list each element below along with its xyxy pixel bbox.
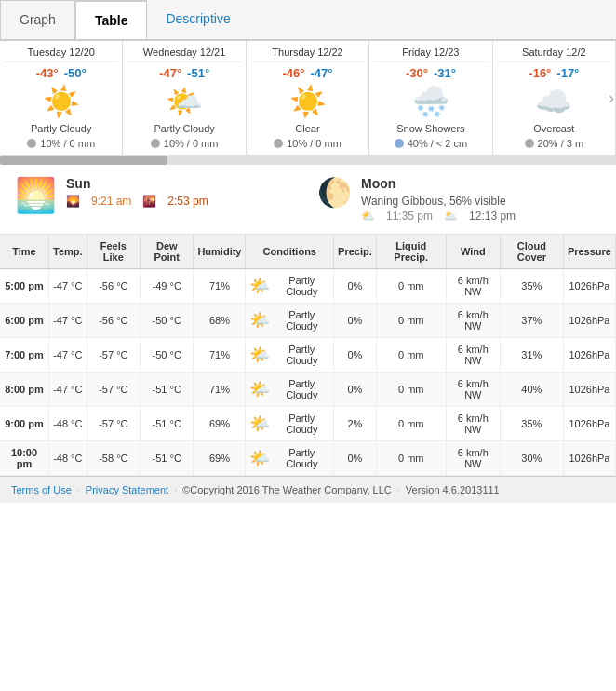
col-precip: Precip.	[334, 235, 377, 269]
forecast-day-1: Wednesday 12/21 -47° -51° 🌤️ Partly Clou…	[123, 41, 246, 155]
terms-link[interactable]: Terms of Use	[11, 484, 72, 495]
weather-icon-1: 🌤️	[127, 84, 241, 119]
condition-label: Partly Cloudy	[274, 344, 329, 366]
sunrise-icon: 🌄	[66, 195, 80, 208]
tab-descriptive[interactable]: Descriptive	[147, 0, 248, 39]
conditions-cell: 🌤️Partly Cloudy	[249, 378, 329, 400]
forecast-day-0: Tuesday 12/20 -43° -50° ☀️ Partly Cloudy…	[0, 41, 123, 155]
conditions-cell: 🌤️Partly Cloudy	[249, 275, 329, 297]
sun-icon: 🌅	[15, 176, 57, 215]
table-row: 10:00 pm-48 °C-58 °C-51 °C69%🌤️Partly Cl…	[0, 441, 616, 476]
forecast-day-2: Thursday 12/22 -46° -47° ☀️ Clear 10% / …	[247, 41, 369, 155]
forecast-day-4: Saturday 12/2 -16° -17° ☁️ Overcast 20% …	[493, 41, 616, 155]
table-wrapper: Time Temp. Feels Like Dew Point Humidity…	[0, 235, 616, 476]
temp-high-2: -46°	[283, 66, 305, 80]
forecast-temps-1: -47° -51°	[127, 66, 241, 80]
sun-info: Sun 🌄 9:21 am 🌇 2:53 pm	[66, 176, 208, 208]
table-row: 9:00 pm-48 °C-57 °C-51 °C69%🌤️Partly Clo…	[0, 407, 616, 441]
forecast-strip: Tuesday 12/20 -43° -50° ☀️ Partly Cloudy…	[0, 41, 616, 156]
condition-icon: 🌤️	[249, 413, 270, 434]
weather-icon-3: 🌨️	[373, 84, 488, 119]
precip-dot-1	[151, 139, 160, 148]
temp-high-1: -47°	[159, 66, 181, 80]
table-header-row: Time Temp. Feels Like Dew Point Humidity…	[0, 235, 616, 269]
precip-text-2: 10% / 0 mm	[287, 138, 341, 149]
tab-table[interactable]: Table	[75, 0, 148, 39]
condition-label: Partly Cloudy	[274, 309, 329, 332]
sun-times: 🌄 9:21 am 🌇 2:53 pm	[66, 195, 208, 208]
temp-low-1: -51°	[187, 66, 209, 80]
footer-dot-3: ·	[397, 484, 400, 495]
moon-times: ⛅ 11:35 pm 🌥️ 12:13 pm	[361, 210, 516, 223]
precip-info-2: 10% / 0 mm	[250, 138, 365, 149]
chevron-right-icon[interactable]: ›	[609, 88, 614, 108]
footer-dot-1: ·	[77, 484, 80, 495]
moonset-time: 12:13 pm	[469, 210, 516, 223]
moon-label: Moon	[361, 176, 516, 191]
forecast-temps-2: -46° -47°	[250, 66, 365, 80]
forecast-date-0: Tuesday 12/20	[4, 47, 118, 62]
privacy-link[interactable]: Privacy Statement	[86, 484, 168, 495]
precip-dot-4	[525, 139, 534, 148]
table-row: 6:00 pm-47 °C-56 °C-50 °C68%🌤️Partly Clo…	[0, 304, 616, 338]
footer-dot-2: ·	[174, 484, 177, 495]
forecast-temps-0: -43° -50°	[4, 66, 118, 80]
condition-icon: 🌤️	[249, 448, 270, 468]
col-liquid: Liquid Precip.	[376, 235, 446, 269]
moonrise-icon: ⛅	[361, 210, 375, 223]
col-temp: Temp.	[49, 235, 87, 269]
precip-dot-2	[274, 139, 283, 148]
sunset-icon: 🌇	[142, 195, 156, 208]
weather-label-3: Snow Showers	[373, 123, 488, 134]
weather-label-1: Partly Cloudy	[127, 123, 241, 134]
forecast-date-3: Friday 12/23	[373, 47, 488, 62]
temp-high-3: -30°	[406, 66, 428, 80]
moon-icon: 🌔	[317, 176, 352, 209]
precip-text-4: 20% / 3 m	[538, 138, 584, 149]
version-text: Version 4.6.2013111	[406, 484, 500, 495]
precip-dot-3	[395, 139, 404, 148]
precip-text-3: 40% / < 2 cm	[408, 138, 468, 149]
weather-label-4: Overcast	[497, 123, 611, 134]
weather-icon-2: ☀️	[250, 84, 365, 119]
weather-label-0: Partly Cloudy	[4, 123, 118, 134]
col-dew: Dew Point	[141, 235, 194, 269]
precip-text-0: 10% / 0 mm	[40, 138, 95, 149]
sun-block: 🌅 Sun 🌄 9:21 am 🌇 2:53 pm	[15, 176, 299, 223]
sunrise-time: 9:21 am	[91, 195, 131, 208]
condition-label: Partly Cloudy	[274, 447, 329, 469]
forecast-day-3: Friday 12/23 -30° -31° 🌨️ Snow Showers 4…	[369, 41, 492, 155]
moonrise-time: 11:35 pm	[386, 210, 433, 223]
condition-icon: 🌤️	[249, 379, 270, 400]
col-feels: Feels Like	[87, 235, 140, 269]
condition-icon: 🌤️	[249, 276, 270, 296]
condition-label: Partly Cloudy	[274, 378, 329, 400]
condition-icon: 🌤️	[249, 310, 270, 331]
col-time: Time	[0, 235, 49, 269]
sunset-time: 2:53 pm	[167, 195, 208, 208]
moon-info-block: Moon Waning Gibbous, 56% visible ⛅ 11:35…	[361, 176, 516, 223]
table-row: 7:00 pm-47 °C-57 °C-50 °C71%🌤️Partly Clo…	[0, 338, 616, 373]
forecast-date-4: Saturday 12/2	[497, 47, 611, 62]
copyright-text: ©Copyright 2016 The Weather Company, LLC	[182, 484, 392, 495]
scrollbar-thumb[interactable]	[0, 156, 167, 165]
sun-moon-section: 🌅 Sun 🌄 9:21 am 🌇 2:53 pm 🌔 Moon Waning …	[0, 165, 616, 235]
table-row: 8:00 pm-47 °C-57 °C-51 °C71%🌤️Partly Clo…	[0, 373, 616, 407]
table-row: 5:00 pm-47 °C-56 °C-49 °C71%🌤️Partly Clo…	[0, 269, 616, 304]
horizontal-scrollbar[interactable]	[0, 156, 616, 165]
conditions-cell: 🌤️Partly Cloudy	[249, 447, 329, 469]
moon-phase: Waning Gibbous, 56% visible	[361, 195, 516, 208]
temp-high-0: -43°	[36, 66, 59, 80]
tab-bar: Graph Table Descriptive	[0, 0, 616, 41]
conditions-cell: 🌤️Partly Cloudy	[249, 344, 329, 366]
precip-info-1: 10% / 0 mm	[127, 138, 241, 149]
precip-info-3: 40% / < 2 cm	[373, 138, 488, 149]
tab-graph[interactable]: Graph	[0, 0, 75, 39]
forecast-temps-3: -30° -31°	[373, 66, 488, 80]
col-cloud: Cloud Cover	[500, 235, 563, 269]
forecast-temps-4: -16° -17°	[497, 66, 611, 80]
condition-icon: 🌤️	[249, 345, 270, 365]
precip-info-0: 10% / 0 mm	[4, 138, 118, 149]
temp-low-2: -47°	[311, 66, 333, 80]
weather-icon-0: ☀️	[4, 84, 118, 119]
